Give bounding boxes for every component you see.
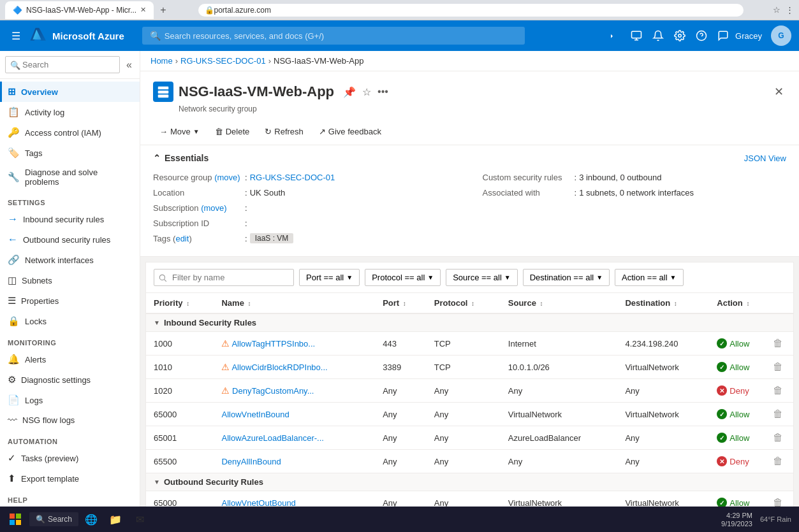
rule-name-link[interactable]: AllowVnetInBound — [221, 410, 289, 419]
essentials-left: Resource group (move) : RG-UKS-SEC-DOC-0… — [153, 169, 457, 246]
breadcrumb-home[interactable]: Home — [150, 56, 173, 66]
rule-name-link[interactable]: DenyAllInBound — [221, 457, 281, 466]
essentials-header[interactable]: ⌃ Essentials JSON View — [153, 153, 786, 163]
sidebar-item-logs[interactable]: 📄 Logs — [0, 390, 140, 410]
sidebar-item-subnets[interactable]: ◫ Subnets — [0, 270, 140, 291]
protocol-cell: TCP — [427, 332, 501, 356]
sidebar-item-label: Diagnostic settings — [21, 375, 91, 385]
warning-icon: ⚠ — [221, 338, 230, 349]
resource-actions: → Move ▼ 🗑 Delete ↻ Refresh ↗ Give feedb… — [153, 119, 786, 145]
sidebar-item-tags[interactable]: 🏷️ Tags — [0, 143, 140, 163]
azure-logo[interactable]: Microsoft Azure — [29, 27, 124, 45]
sidebar-search-input[interactable] — [5, 56, 120, 73]
svg-rect-6 — [158, 95, 169, 98]
tab-close-btn[interactable]: ✕ — [140, 6, 146, 14]
start-button[interactable] — [3, 507, 28, 512]
rule-name-link[interactable]: AllowAzureLoadBalancer-... — [221, 433, 323, 443]
sidebar-item-diagnose[interactable]: 🔧 Diagnose and solve problems — [0, 163, 140, 191]
action-filter-btn[interactable]: Action == all ▼ — [615, 269, 683, 286]
sidebar-item-export-template[interactable]: ⬆ Export template — [0, 468, 140, 489]
taskbar-mail-icon[interactable]: ✉ — [128, 508, 151, 512]
svg-rect-4 — [158, 87, 169, 90]
browser-tab[interactable]: 🔷 NSG-IaaS-VM-Web-App - Micr... ✕ — [5, 1, 154, 19]
new-tab-btn[interactable]: + — [158, 2, 168, 18]
feedback-btn[interactable] — [714, 26, 733, 45]
feedback-btn[interactable]: ↗ Give feedback — [312, 124, 388, 140]
hamburger-menu[interactable]: ☰ — [8, 26, 24, 46]
json-view-btn[interactable]: JSON View — [744, 154, 786, 163]
sidebar-item-activity-log[interactable]: 📋 Activity log — [0, 102, 140, 122]
location-row: Location : UK South — [153, 185, 457, 200]
delete-rule-btn[interactable]: 🗑 — [770, 454, 786, 468]
sidebar-item-network-interfaces[interactable]: 🔗 Network interfaces — [0, 250, 140, 270]
notifications-btn[interactable] — [649, 26, 668, 45]
port-filter-btn[interactable]: Port == all ▼ — [299, 269, 360, 286]
source-cell: Any — [501, 450, 618, 473]
tags-edit-link[interactable]: edit — [175, 234, 189, 243]
move-btn[interactable]: → Move ▼ — [153, 124, 206, 140]
close-panel-btn[interactable]: ✕ — [772, 82, 786, 101]
delete-rule-btn[interactable]: 🗑 — [770, 360, 786, 374]
destination-cell: VirtualNetwork — [617, 403, 709, 426]
rule-name-link[interactable]: DenyTagCustomAny... — [232, 386, 314, 396]
delete-btn[interactable]: 🗑 Delete — [209, 124, 256, 140]
delete-rule-btn[interactable]: 🗑 — [770, 407, 786, 421]
delete-rule-btn[interactable]: 🗑 — [770, 336, 786, 350]
inbound-section-toggle[interactable]: ▼ Inbound Security Rules — [154, 318, 786, 327]
sidebar-item-overview[interactable]: ⊞ Overview — [0, 82, 140, 102]
rule-name-link[interactable]: AllowTagHTTPSInbo... — [231, 339, 315, 349]
refresh-btn[interactable]: ↻ Refresh — [258, 124, 310, 140]
outbound-section-toggle[interactable]: ▼ Outbound Security Rules — [154, 477, 786, 487]
rule-name-link[interactable]: AllowCidrBlockRDPInbo... — [231, 363, 327, 372]
breadcrumb-rg[interactable]: RG-UKS-SEC-DOC-01 — [180, 56, 266, 66]
name-cell: ⚠ AllowTagHTTPSInbo... — [214, 332, 375, 356]
user-avatar[interactable]: G — [771, 25, 791, 46]
sidebar-item-alerts[interactable]: 🔔 Alerts — [0, 349, 140, 370]
settings-btn[interactable] — [670, 26, 689, 45]
sidebar-item-diagnostic-settings[interactable]: ⚙ Diagnostic settings — [0, 370, 140, 390]
sidebar-collapse-btn[interactable]: « — [124, 57, 135, 73]
favorite-icon-btn[interactable]: ☆ — [361, 85, 372, 99]
sidebar-item-inbound-rules[interactable]: → Inbound security rules — [0, 209, 140, 229]
sidebar-item-label: Export template — [21, 474, 79, 484]
source-sort-icon: ↕ — [540, 300, 543, 307]
delete-rule-btn[interactable]: 🗑 — [770, 384, 786, 398]
sidebar-item-tasks[interactable]: ✓ Tasks (preview) — [0, 448, 140, 468]
col-destination[interactable]: Destination ↕ — [617, 293, 709, 313]
col-protocol[interactable]: Protocol ↕ — [427, 293, 501, 313]
protocol-filter-btn[interactable]: Protocol == all ▼ — [365, 269, 441, 286]
col-priority[interactable]: Priority ↕ — [146, 293, 214, 313]
sidebar-item-access-control[interactable]: 🔑 Access control (IAM) — [0, 122, 140, 143]
col-action[interactable]: Action ↕ — [709, 293, 793, 313]
destination-filter-btn[interactable]: Destination == all ▼ — [523, 269, 610, 286]
global-search-input[interactable] — [165, 31, 517, 41]
more-options-btn[interactable]: ••• — [376, 85, 390, 99]
taskbar-browser-icon[interactable]: 🌐 — [80, 508, 103, 512]
subscription-move-link[interactable]: (move) — [201, 203, 226, 213]
directory-btn[interactable] — [627, 26, 646, 45]
cloud-shell-btn[interactable] — [605, 26, 624, 45]
resource-group-move-link[interactable]: (move) — [214, 173, 240, 182]
global-search[interactable]: 🔍 — [142, 27, 525, 45]
help-btn[interactable] — [692, 26, 711, 45]
col-name[interactable]: Name ↕ — [214, 293, 375, 313]
action-cell: Deny 🗑 — [709, 450, 793, 473]
name-cell: ⚠ AllowCidrBlockRDPInbo... — [214, 356, 375, 379]
filter-name-input[interactable] — [154, 269, 294, 286]
col-port[interactable]: Port ↕ — [375, 293, 427, 313]
col-source[interactable]: Source ↕ — [501, 293, 618, 313]
action-cell: Allow 🗑 — [709, 403, 793, 426]
sidebar-item-outbound-rules[interactable]: ← Outbound security rules — [0, 229, 140, 250]
taskbar-explorer-icon[interactable]: 📁 — [104, 508, 127, 512]
resource-group-value[interactable]: RG-UKS-SEC-DOC-01 — [250, 173, 335, 182]
sidebar-item-properties[interactable]: ☰ Properties — [0, 291, 140, 311]
delete-rule-btn[interactable]: 🗑 — [770, 431, 786, 445]
name-cell: AllowVnetInBound — [214, 403, 375, 426]
pin-icon-btn[interactable]: 📌 — [342, 85, 357, 99]
sidebar-nav: ⊞ Overview 📋 Activity log 🔑 Access contr… — [0, 79, 140, 512]
resource-header: NSG-IaaS-VM-Web-App 📌 ☆ ••• ✕ Network se… — [140, 71, 799, 145]
sidebar-item-locks[interactable]: 🔒 Locks — [0, 311, 140, 331]
source-filter-btn[interactable]: Source == all ▼ — [446, 269, 518, 286]
sidebar-item-nsg-flow-logs[interactable]: 〰 NSG flow logs — [0, 410, 140, 430]
address-bar[interactable]: 🔒 portal.azure.com — [198, 4, 744, 17]
